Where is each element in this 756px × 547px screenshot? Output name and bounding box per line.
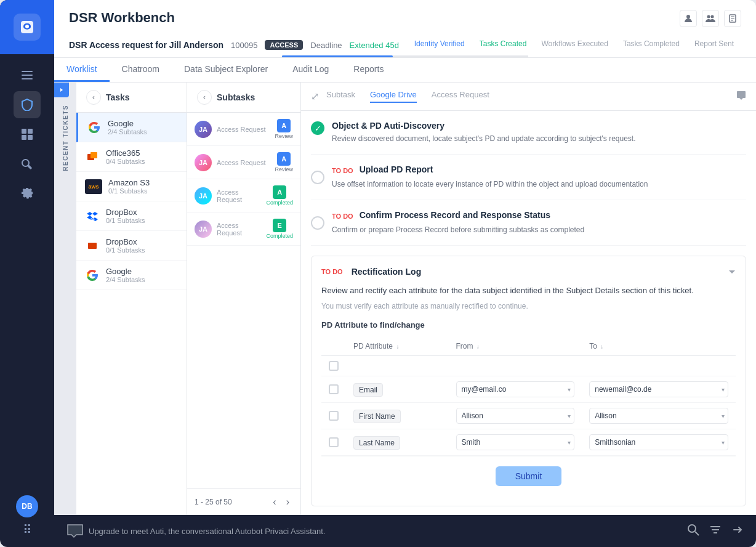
col-from: From ↓ <box>449 337 582 356</box>
subtask-item[interactable]: JA Access Request A Review <box>187 146 300 179</box>
subtask-item[interactable]: JA Access Request E Completed <box>187 213 300 246</box>
task-item[interactable]: DropBox 0/1 Subtasks <box>76 201 187 231</box>
from-lastname-select[interactable]: Smith ▾ <box>456 434 575 450</box>
tab-reports[interactable]: Reports <box>341 58 396 82</box>
attr-firstname-badge: First Name <box>353 410 401 423</box>
filter-icon[interactable] <box>709 524 722 539</box>
pagination-next[interactable]: › <box>283 495 293 509</box>
subtask-list: JA Access Request Access Request A Revie… <box>187 113 300 488</box>
tab-worklist[interactable]: Worklist <box>54 58 110 82</box>
subtask-badge-1: A Review <box>275 119 293 139</box>
task-logo-office <box>85 150 100 164</box>
to-lastname-select[interactable]: Smithsonian ▾ <box>589 434 728 450</box>
sidebar-settings-icon[interactable] <box>14 180 41 207</box>
task-subtasks: 0/1 Subtasks <box>106 246 178 254</box>
deadline-label: Deadline <box>310 41 342 50</box>
user-avatar[interactable]: DB <box>16 495 38 517</box>
rectification-section: TO DO Rectification Log Review and recti… <box>311 256 746 506</box>
pagination-prev[interactable]: ‹ <box>269 495 279 509</box>
ticket-info-bar: DSR Access request for Jill Anderson 100… <box>69 37 741 55</box>
sidebar-dots-icon[interactable]: ⠿ <box>23 522 32 537</box>
tab-chatroom[interactable]: Chatroom <box>110 58 172 82</box>
task-item[interactable]: Google 2/4 Subtasks <box>76 261 187 290</box>
from-email-select[interactable]: my@email.co ▾ <box>456 381 575 397</box>
tab-google-drive[interactable]: Google Drive <box>370 90 417 103</box>
task-info: Office365 0/4 Subtasks <box>106 148 178 165</box>
task-item[interactable]: DropBox 0/1 Subtasks <box>76 231 187 261</box>
task-subtasks: 0/4 Subtasks <box>106 158 178 165</box>
tab-subtask[interactable]: Subtask <box>326 90 355 103</box>
rect-collapse-btn[interactable] <box>728 266 736 277</box>
svg-rect-4 <box>22 78 33 79</box>
detail-panel: ⤢ Subtask Google Drive Access Request <box>301 83 756 515</box>
pagination-info: 1 - 25 of 50 <box>195 498 232 506</box>
subtask-info: Access Request <box>217 188 261 203</box>
detail-content: ✓ Object & PD Auti-Discovery Review disc… <box>301 111 756 515</box>
rect-title: Rectification Log <box>352 267 422 277</box>
task-subtasks: 2/4 Subtasks <box>106 276 178 283</box>
step-report-sent[interactable]: Report Sent <box>687 37 741 53</box>
svg-line-20 <box>695 532 699 535</box>
step-identity-verified[interactable]: Identity Verified <box>407 37 472 53</box>
subtasks-back-btn[interactable]: ‹ <box>197 90 212 105</box>
badge-letter: A <box>273 185 286 199</box>
arrow-right-icon[interactable] <box>731 524 744 539</box>
sidebar-tools-icon[interactable] <box>14 150 41 177</box>
tasks-back-btn[interactable]: ‹ <box>86 90 101 105</box>
comment-icon[interactable] <box>736 91 746 103</box>
task-info: Google 2/4 Subtasks <box>108 119 178 136</box>
row-checkbox-1[interactable] <box>329 411 339 421</box>
search-icon[interactable] <box>687 524 699 539</box>
group-action-btn[interactable] <box>702 10 719 27</box>
col-attribute: PD Attribute ↓ <box>346 337 449 356</box>
badge-letter: A <box>277 152 291 166</box>
task-detail-desc: Review discovered document, locate subje… <box>332 133 746 144</box>
task-name: Amazon S3 <box>108 178 178 187</box>
badge-status: Review <box>275 133 293 139</box>
task-item[interactable]: Google 2/4 Subtasks <box>76 113 187 142</box>
detail-header: ⤢ Subtask Google Drive Access Request <box>301 83 756 111</box>
task-list: Google 2/4 Subtasks Office365 0/4 Subtas… <box>76 113 187 515</box>
sidebar-menu-icon[interactable] <box>14 62 41 89</box>
col-to: To ↓ <box>582 337 736 356</box>
task-item[interactable]: aws Amazon S3 0/1 Subtasks <box>76 172 187 201</box>
sidebar-shield-icon[interactable] <box>14 91 41 118</box>
row-checkbox-2[interactable] <box>329 437 339 447</box>
ticket-type-badge: ACCESS <box>265 40 303 50</box>
step-tasks-created[interactable]: Tasks Created <box>472 37 534 53</box>
task-info: DropBox 0/1 Subtasks <box>106 208 178 224</box>
tab-audit-log[interactable]: Audit Log <box>280 58 341 82</box>
sidebar-dashboard-icon[interactable] <box>14 121 41 148</box>
subtask-item[interactable]: JA Access Request A Completed <box>187 179 300 213</box>
ticket-actions <box>680 10 741 27</box>
task-detail-desc: Confirm or prepare Process Record before… <box>332 224 746 235</box>
document-action-btn[interactable] <box>724 10 741 27</box>
bottom-chat: Upgrade to meet Auti, the conversational… <box>66 524 325 538</box>
subtasks-footer: 1 - 25 of 50 ‹ › <box>187 488 300 515</box>
task-detail-content: TO DO Upload PD Report Use offset inform… <box>332 164 746 190</box>
from-firstname-select[interactable]: Allison ▾ <box>456 408 575 424</box>
expand-icon[interactable]: ⤢ <box>311 91 319 102</box>
tab-access-request[interactable]: Access Request <box>432 90 489 103</box>
rectification-header: TO DO Rectification Log <box>321 266 736 277</box>
step-tasks-completed[interactable]: Tasks Completed <box>616 37 687 53</box>
submit-button[interactable]: Submit <box>496 466 562 486</box>
header-top-row: DSR Workbench <box>69 10 741 37</box>
to-firstname-select[interactable]: Allison ▾ <box>589 408 728 424</box>
logo-area <box>0 0 54 54</box>
svg-rect-18 <box>88 243 97 249</box>
step-workflows[interactable]: Workflows Executed <box>534 37 616 53</box>
task-item[interactable]: Office365 0/4 Subtasks <box>76 142 187 172</box>
sort-arrow-from: ↓ <box>477 343 480 350</box>
to-email-select[interactable]: newemail@co.de ▾ <box>589 381 728 397</box>
tab-data-subject[interactable]: Data Subject Explorer <box>172 58 280 82</box>
detail-header-left: ⤢ Subtask Google Drive Access Request <box>311 90 736 103</box>
main-tab-bar: Worklist Chatroom Data Subject Explorer … <box>54 58 756 83</box>
sidebar-nav <box>14 54 41 495</box>
row-checkbox-header[interactable] <box>329 361 339 371</box>
sidebar-collapse-btn[interactable] <box>54 83 69 97</box>
submit-area: Submit <box>321 456 736 496</box>
row-checkbox-0[interactable] <box>329 384 339 394</box>
subtask-item[interactable]: JA Access Request Access Request A Revie… <box>187 113 300 146</box>
user-action-btn[interactable] <box>680 10 697 27</box>
